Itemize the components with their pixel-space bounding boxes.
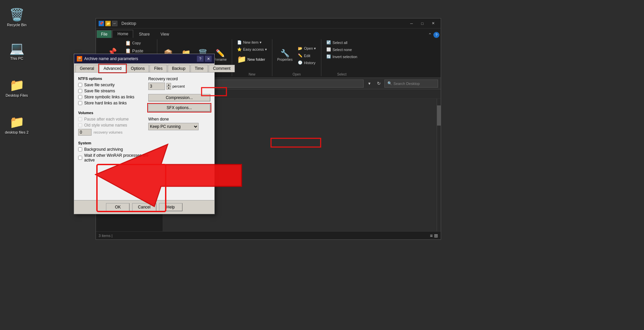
close-btn[interactable]: ✕ [428, 20, 438, 27]
checkbox-hard-links[interactable]: Store hard links as links [78, 101, 155, 105]
dialog-tab-comment[interactable]: Comment [209, 65, 235, 72]
percent-label: percent [172, 84, 185, 88]
checkbox-wait-winrar[interactable]: Wait if other WinRAR processes are activ… [78, 153, 155, 162]
quickaccess-icon[interactable]: 📌 [99, 21, 104, 26]
vol-count-input[interactable] [78, 129, 92, 136]
open-group: 🔧 Properties 📂 Open ▾ ✏️ Edit [272, 39, 322, 76]
checkbox-symbolic[interactable]: Store symbolic links as links [78, 95, 155, 99]
desktop-files-icon[interactable]: 📁 Desktop Files [3, 77, 30, 99]
ribbon-collapse-btn[interactable]: ⌃ [428, 32, 432, 38]
system-section-title: System [78, 141, 155, 145]
select-label: Select [324, 72, 360, 76]
this-pc-label: This PC [10, 56, 23, 60]
title-bar-text: Desktop [120, 21, 407, 26]
dialog-title-bar: 📦 Archive name and parameters ? ✕ [74, 54, 214, 63]
easy-access-btn[interactable]: ⭐ Easy access ▾ [235, 46, 269, 53]
minimize-btn[interactable]: ─ [407, 20, 417, 27]
maximize-btn[interactable]: □ [417, 20, 427, 27]
new-label: New [235, 72, 269, 76]
select-none-btn[interactable]: ⬜ Select none [324, 46, 354, 53]
tab-view[interactable]: View [155, 30, 174, 38]
dialog-tab-time[interactable]: Time [191, 65, 208, 72]
dialog-tab-advanced[interactable]: Advanced [99, 65, 126, 72]
status-text: 3 items | [99, 234, 112, 238]
dialog-footer: OK Cancel Help [74, 200, 214, 214]
status-bar: 3 items | ≡ ⊞ [96, 231, 441, 239]
edit-btn[interactable]: ✏️ Edit [296, 52, 318, 59]
title-bar: 📌 📁 ↩ Desktop ─ □ ✕ [96, 18, 441, 29]
recycle-bin-icon[interactable]: 🗑️ Recycle Bin [3, 7, 30, 28]
new-folder-btn[interactable]: 📁 New folder [235, 53, 268, 65]
search-box[interactable]: 🔍 Search Desktop [384, 80, 438, 88]
cancel-btn[interactable]: Cancel [132, 203, 156, 211]
search-icon: 🔍 [387, 81, 392, 86]
recovery-volumes-label: recovery volumes [94, 130, 122, 134]
search-placeholder: Search Desktop [393, 82, 420, 86]
new-group: 📄 New item ▾ ⭐ Easy access ▾ 📁 New folde… [232, 39, 272, 76]
properties-btn[interactable]: 🔧 Properties [275, 48, 295, 63]
recycle-bin-label: Recycle Bin [7, 23, 26, 27]
checkbox-save-streams[interactable]: Save file streams [78, 89, 155, 93]
volumes-section-title: Volumes [78, 111, 155, 115]
recovery-title: Recovery record [148, 77, 210, 81]
dialog-close-btn[interactable]: ✕ [205, 56, 212, 62]
spin-up-btn[interactable]: ▲ [166, 83, 171, 86]
list-view-btn[interactable]: ≡ [430, 233, 433, 238]
sfx-options-btn[interactable]: SFX options... [148, 104, 210, 111]
dialog-tab-files[interactable]: Files [150, 65, 167, 72]
dialog-tab-options[interactable]: Options [126, 65, 149, 72]
help-btn[interactable]: ? [433, 32, 439, 38]
paste-btn[interactable]: 📋 Paste [123, 47, 154, 54]
invert-selection-btn[interactable]: 🔄 Invert selection [324, 53, 360, 60]
open-btn[interactable]: 📂 Open ▾ [296, 45, 318, 52]
copy-btn[interactable]: 📋 Copy [123, 39, 154, 47]
this-pc-icon[interactable]: 💻 This PC [3, 40, 30, 62]
undo-icon[interactable]: ↩ [112, 21, 117, 26]
checkbox-old-style[interactable]: Old style volume names [78, 123, 155, 128]
select-all-btn[interactable]: ☑️ Select all [324, 39, 350, 46]
tab-home[interactable]: Home [112, 30, 133, 38]
tab-share[interactable]: Share [134, 30, 155, 38]
open-label: Open [275, 72, 319, 76]
when-done-select[interactable]: Keep PC running Sleep Hibernate Shut dow… [148, 123, 199, 130]
compression-btn[interactable]: Compression... [148, 94, 210, 101]
dialog-title-text: Archive name and parameters [84, 56, 138, 61]
dialog-tabs: General Advanced Options Files Backup Ti… [74, 63, 214, 73]
history-btn[interactable]: 🕐 History [296, 59, 318, 66]
ntfs-section-title: NTFS options [78, 77, 155, 81]
desktop-files-2-icon[interactable]: 📁 desktop files 2 [3, 114, 30, 136]
refresh-btn[interactable]: ↻ [375, 80, 382, 87]
spin-down-btn[interactable]: ▼ [166, 86, 171, 90]
folder-icon-tb[interactable]: 📁 [105, 21, 111, 26]
select-group: ☑️ Select all ⬜ Select none 🔄 Invert sel… [321, 39, 362, 76]
when-done-title: When done [148, 117, 210, 122]
tab-file[interactable]: File [97, 30, 112, 38]
checkbox-background[interactable]: Background archiving [78, 147, 155, 152]
grid-view-btn[interactable]: ⊞ [434, 233, 438, 238]
desktop-files-label: Desktop Files [6, 93, 28, 97]
dialog-tab-general[interactable]: General [75, 65, 99, 72]
checkbox-save-security[interactable]: Save file security [78, 83, 155, 87]
help-footer-btn[interactable]: Help [159, 203, 182, 211]
dialog-body: NTFS options Save file security Save fil… [74, 73, 214, 200]
dialog-tab-backup[interactable]: Backup [168, 65, 190, 72]
scrollbar[interactable] [437, 99, 441, 231]
desktop-files-2-label: desktop files 2 [5, 130, 29, 134]
new-item-btn[interactable]: 📄 New item ▾ [235, 39, 264, 46]
ok-btn[interactable]: OK [106, 203, 129, 211]
checkbox-pause-volume[interactable]: Pause after each volume [78, 117, 155, 122]
title-controls: ─ □ ✕ [407, 20, 438, 27]
recovery-input[interactable] [148, 83, 165, 90]
dialog-help-btn[interactable]: ? [197, 56, 204, 62]
dialog-title-icon: 📦 [77, 56, 82, 61]
archive-dialog: 📦 Archive name and parameters ? ✕ Genera… [74, 54, 215, 214]
scroll-thumb[interactable] [437, 105, 441, 126]
dropdown-btn[interactable]: ▾ [366, 80, 373, 87]
